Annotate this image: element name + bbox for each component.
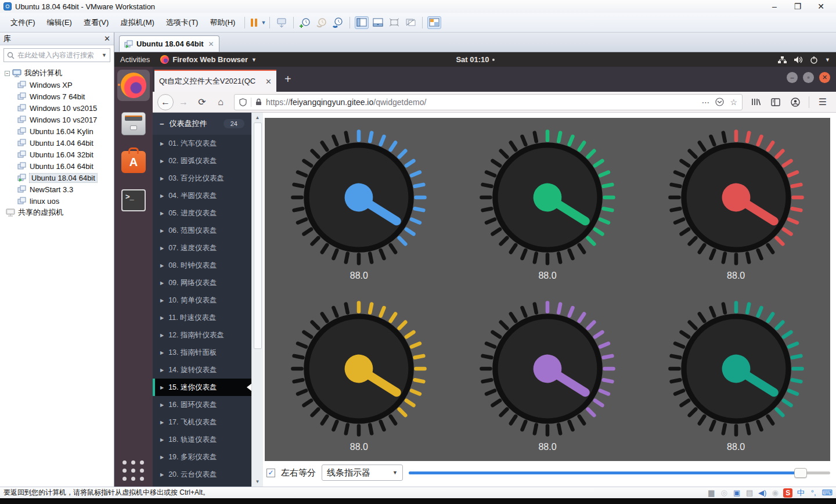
volume-icon[interactable]	[794, 56, 803, 64]
activities-button[interactable]: Activities	[120, 55, 150, 64]
vm-item-label[interactable]: Ubuntu 18.04 64bit	[30, 174, 97, 182]
sidebar-item[interactable]: ▶01. 汽车仪表盘	[153, 135, 251, 152]
shared-vms-label[interactable]: 共享的虚拟机	[18, 207, 63, 218]
search-dropdown-icon[interactable]: ▼	[102, 52, 107, 58]
vm-item-label[interactable]: Windows XP	[30, 81, 73, 89]
sidebar-item-label[interactable]: 05. 进度仪表盘	[168, 208, 217, 218]
menu-help[interactable]: 帮助(H)	[204, 15, 241, 30]
sidebar-item-label[interactable]: 11. 时速仪表盘	[168, 313, 216, 323]
sidebar-item-label[interactable]: 09. 网络仪表盘	[168, 278, 217, 288]
sidebar-item-label[interactable]: 15. 迷你仪表盘	[168, 383, 217, 393]
chevron-down-icon[interactable]: ▼	[825, 57, 830, 63]
vm-item-label[interactable]: Ubuntu 16.04 64bit	[30, 162, 93, 171]
vm-item-label[interactable]: Windows 7 64bit	[30, 92, 85, 101]
restore-button[interactable]: ❐	[786, 2, 809, 11]
vm-item-label[interactable]: Windows 10 vs2015	[30, 104, 97, 113]
tree-vm-item[interactable]: Windows 7 64bit	[0, 91, 114, 102]
sidebar-item-label[interactable]: 07. 速度仪表盘	[168, 243, 217, 253]
sidebar-item[interactable]: ▶18. 轨道仪表盘	[153, 431, 251, 448]
sound-icon[interactable]: ◀)	[758, 488, 767, 498]
punctuation-icon[interactable]: °,	[809, 488, 818, 498]
revert-snapshot-icon[interactable]	[315, 16, 329, 29]
sidebar-item-label[interactable]: 20. 云台仪表盘	[168, 470, 217, 480]
vm-tab-label[interactable]: Ubuntu 18.04 64bit	[136, 39, 204, 48]
close-button[interactable]: ✕	[809, 2, 833, 11]
tree-vm-item[interactable]: Windows 10 vs2017	[0, 114, 114, 125]
dock-software[interactable]: A	[117, 146, 150, 178]
sidebar-item-label[interactable]: 10. 简单仪表盘	[168, 296, 217, 305]
sogou-icon[interactable]: S	[783, 488, 792, 498]
browser-tab[interactable]: Qt自定义控件大全V2021(QC ✕	[154, 70, 276, 92]
sidebar-item[interactable]: ▶05. 进度仪表盘	[153, 204, 251, 222]
new-tab-button[interactable]: +	[276, 67, 300, 92]
tab-close-icon[interactable]: ✕	[265, 77, 272, 86]
tree-vm-item[interactable]: Windows XP	[0, 79, 114, 91]
menu-edit[interactable]: 编辑(E)	[41, 15, 78, 30]
sidebar-item[interactable]: ▶12. 指南针仪表盘	[153, 326, 251, 344]
close-button[interactable]: ✕	[819, 72, 830, 83]
tree-vm-item[interactable]: Ubuntu 16.04 32bit	[0, 149, 114, 160]
maximize-button[interactable]: ▫	[803, 72, 814, 83]
take-snapshot-icon[interactable]	[298, 16, 312, 29]
tree-vm-item[interactable]: Windows 10 vs2015	[0, 102, 114, 114]
tree-vm-item[interactable]: Ubuntu 16.04 Kylin	[0, 125, 114, 137]
vm-tab[interactable]: Ubuntu 18.04 64bit ✕	[119, 35, 219, 52]
send-ctrl-alt-del-icon[interactable]	[275, 16, 289, 29]
tree-vm-item[interactable]: Ubuntu 16.04 64bit	[0, 160, 114, 172]
sidebar-item[interactable]: ▶16. 圆环仪表盘	[153, 396, 251, 413]
minimize-button[interactable]: –	[763, 2, 786, 11]
tree-root-label[interactable]: 我的计算机	[24, 68, 62, 78]
sidebar-item-label[interactable]: 19. 多彩仪表盘	[168, 452, 217, 462]
home-button[interactable]: ⌂	[212, 94, 229, 110]
tree-vm-item[interactable]: NewStart 3.3	[0, 183, 114, 195]
unity-mode-icon[interactable]	[403, 16, 417, 29]
pause-vm-button[interactable]	[248, 17, 260, 28]
sidebar-item[interactable]: ▶13. 指南针面板	[153, 344, 251, 361]
vm-item-label[interactable]: Ubuntu 16.04 Kylin	[30, 127, 93, 136]
minimize-button[interactable]: –	[787, 72, 798, 83]
url-text[interactable]: https://feiyangqingyun.gitee.io/qwidgetd…	[266, 98, 701, 107]
tree-vm-item[interactable]: linux uos	[0, 195, 114, 207]
network-icon[interactable]	[777, 56, 787, 64]
checkbox[interactable]: ✓	[266, 469, 275, 477]
menu-hamburger-icon[interactable]: ☰	[814, 94, 831, 110]
app-menu-label[interactable]: Firefox Web Browser	[172, 55, 248, 64]
pocket-icon[interactable]	[715, 98, 724, 106]
dock-files[interactable]	[117, 108, 150, 139]
tree-shared-vms[interactable]: 共享的虚拟机	[0, 207, 114, 218]
show-applications-button[interactable]	[122, 460, 145, 481]
sidebar-item[interactable]: ▶08. 时钟仪表盘	[153, 257, 251, 274]
sidebar-item-label[interactable]: 06. 范围仪表盘	[168, 226, 217, 236]
show-thumbnail-icon[interactable]	[371, 16, 385, 29]
keyboard-icon[interactable]: ⌨	[821, 488, 833, 498]
sidebar-item[interactable]: ▶15. 迷你仪表盘	[153, 379, 251, 396]
collapse-icon[interactable]: −	[160, 120, 164, 128]
sidebar-item-label[interactable]: 03. 百分比仪表盘	[168, 174, 224, 183]
fullscreen-icon[interactable]	[387, 16, 401, 29]
scroll-down-icon[interactable]: ▼	[255, 477, 260, 487]
sidebar-item-label[interactable]: 04. 半圆仪表盘	[168, 191, 217, 201]
library-search-input[interactable]: 在此处键入内容进行搜索 ▼	[3, 48, 110, 62]
sidebar-item-label[interactable]: 14. 旋转仪表盘	[168, 365, 217, 375]
power-dropdown-icon[interactable]: ▼	[261, 20, 266, 26]
webcam-icon[interactable]: ◉	[770, 488, 780, 498]
page-actions-icon[interactable]: ⋯	[701, 98, 709, 107]
menu-tabs[interactable]: 选项卡(T)	[160, 15, 204, 30]
sidebar-item[interactable]: ▶07. 速度仪表盘	[153, 239, 251, 257]
sidebar-item-label[interactable]: 13. 指南针面板	[168, 348, 217, 358]
sidebar-item-label[interactable]: 01. 汽车仪表盘	[168, 139, 217, 149]
library-icon[interactable]	[747, 94, 765, 110]
account-icon[interactable]	[787, 94, 804, 110]
slider-handle[interactable]	[794, 468, 807, 478]
app-menu[interactable]: Firefox Web Browser ▼	[160, 55, 257, 64]
forward-button[interactable]: →	[175, 94, 192, 110]
chinese-input-icon[interactable]: 中	[796, 488, 805, 498]
tracking-shield-icon[interactable]	[239, 98, 247, 106]
tab-title[interactable]: Qt自定义控件大全V2021(QC	[159, 76, 262, 87]
tree-root[interactable]: − 我的计算机	[0, 67, 114, 79]
value-slider[interactable]	[409, 467, 830, 478]
scrollbar-thumb[interactable]	[254, 123, 262, 349]
sidebar-group-header[interactable]: − 仪表盘控件 24	[153, 113, 251, 135]
indicator-select[interactable]: 线条指示器 ▼	[322, 465, 403, 481]
vm-item-label[interactable]: Ubuntu 14.04 64bit	[30, 139, 93, 147]
